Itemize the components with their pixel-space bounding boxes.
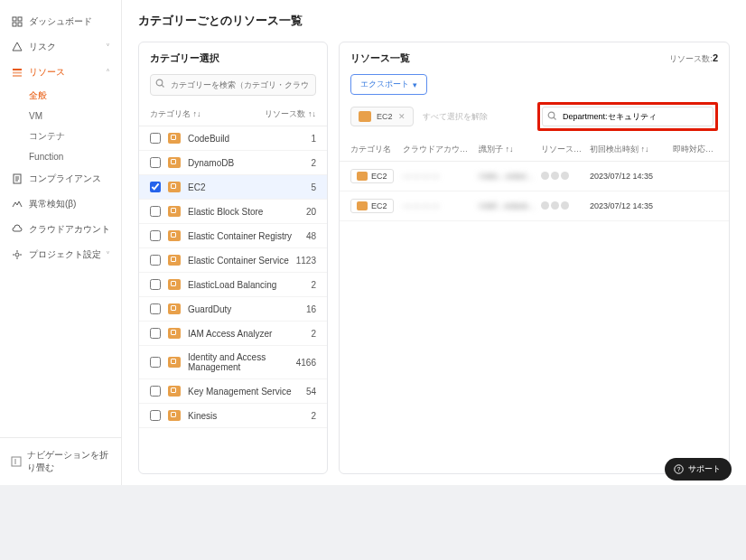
compliance-icon — [11, 173, 23, 185]
category-row[interactable]: GuardDuty16 — [139, 297, 327, 322]
category-list: CodeBuild1DynamoDB2EC25Elastic Block Sto… — [139, 126, 327, 473]
col-category[interactable]: カテゴリ名 — [350, 144, 399, 155]
aws-icon — [168, 230, 181, 241]
sidebar-subitem[interactable]: 全般 — [29, 85, 121, 107]
chevron-down-icon: ˅ — [106, 42, 110, 52]
svg-point-11 — [548, 112, 555, 118]
svg-rect-5 — [13, 72, 22, 74]
svg-text:?: ? — [677, 466, 681, 472]
sidebar-item-dashboard[interactable]: ダッシュボード — [0, 9, 121, 34]
category-search-input[interactable] — [150, 74, 316, 96]
aws-icon — [168, 279, 181, 290]
resource-search-highlight — [537, 102, 718, 131]
table-row[interactable]: EC2— — — —i-0def…redacted…2023/07/12 14:… — [340, 191, 729, 221]
aws-icon — [168, 357, 181, 368]
support-button[interactable]: ? サポート — [665, 458, 732, 481]
collapse-nav-button[interactable]: ナビゲーションを折り畳む — [0, 437, 121, 485]
category-row[interactable]: CodeBuild1 — [139, 126, 327, 151]
sidebar-item-cloud[interactable]: クラウドアカウント — [0, 217, 121, 242]
search-icon — [155, 79, 165, 89]
clear-selection-button[interactable]: すべて選択を解除 — [423, 111, 488, 123]
sidebar-item-settings[interactable]: プロジェクト設定˅ — [0, 242, 121, 267]
sidebar-item-anomaly[interactable]: 異常検知(β) — [0, 191, 121, 217]
aws-icon — [168, 157, 181, 168]
col-resource-count[interactable]: リソース数 ↑↓ — [265, 108, 316, 120]
col-first-detect[interactable]: 初回検出時刻 ↑↓ — [590, 144, 669, 155]
col-last[interactable]: 即時対応リス — [673, 144, 718, 155]
category-row[interactable]: Elastic Container Service1123 — [139, 248, 327, 273]
aws-icon — [168, 328, 181, 339]
anomaly-icon — [11, 198, 23, 210]
table-row[interactable]: EC2— — — —i-0abc…redacted…2023/07/12 14:… — [340, 162, 729, 191]
aws-icon — [359, 111, 371, 122]
resource-count: リソース数:2 — [669, 52, 718, 65]
aws-icon — [168, 410, 181, 421]
aws-icon — [168, 133, 181, 144]
category-row[interactable]: IAM Access Analyzer2 — [139, 322, 327, 346]
aws-icon — [168, 255, 181, 266]
sidebar-subitem[interactable]: コンテナ — [29, 126, 121, 147]
col-category-name[interactable]: カテゴリ名 ↑↓ — [150, 108, 265, 120]
aws-icon — [168, 206, 181, 217]
sidebar-item-risk[interactable]: リスク˅ — [0, 34, 121, 60]
category-row[interactable]: Elastic Block Store20 — [139, 200, 327, 224]
category-checkbox[interactable] — [150, 182, 161, 192]
filter-chip-ec2[interactable]: EC2 ✕ — [350, 107, 414, 126]
svg-rect-0 — [13, 17, 16, 21]
cloud-icon — [11, 223, 23, 236]
svg-rect-4 — [13, 69, 22, 70]
sidebar-item-compliance[interactable]: コンプライアンス — [0, 166, 121, 191]
svg-rect-2 — [13, 23, 16, 26]
category-checkbox[interactable] — [150, 386, 161, 397]
category-row[interactable]: ElasticLoad Balancing2 — [139, 273, 327, 297]
resource-table-body: EC2— — — —i-0abc…redacted…2023/07/12 14:… — [340, 162, 729, 221]
svg-rect-3 — [18, 23, 22, 26]
svg-rect-6 — [13, 75, 22, 77]
aws-icon — [357, 201, 368, 210]
aws-icon — [168, 182, 181, 192]
sidebar: ダッシュボードリスク˅リソース˄全般VMコンテナFunctionコンプライアンス… — [0, 0, 122, 485]
col-identifier[interactable]: 識別子 ↑↓ — [479, 144, 537, 155]
category-checkbox[interactable] — [150, 255, 161, 266]
close-icon[interactable]: ✕ — [398, 112, 406, 121]
category-panel-title: カテゴリー選択 — [150, 51, 219, 65]
export-button[interactable]: エクスポート ▾ — [350, 74, 427, 95]
category-row[interactable]: Kinesis2 — [139, 404, 327, 428]
category-row[interactable]: DynamoDB2 — [139, 151, 327, 175]
category-checkbox[interactable] — [150, 303, 161, 314]
col-account[interactable]: クラウドアカウント — [403, 144, 475, 155]
category-row[interactable]: Key Management Service54 — [139, 379, 327, 404]
page-title: カテゴリーごとのリソース一覧 — [138, 13, 730, 29]
svg-rect-1 — [18, 17, 22, 21]
main-content: カテゴリーごとのリソース一覧 カテゴリー選択 カテゴリ名 ↑↓ リソース数 ↑↓… — [122, 0, 746, 485]
sidebar-subitem[interactable]: VM — [29, 107, 121, 126]
collapse-nav-label: ナビゲーションを折り畳む — [27, 449, 110, 474]
resource-panel-title: リソース一覧 — [350, 51, 410, 65]
sidebar-item-resource[interactable]: リソース˄ — [0, 60, 121, 85]
category-checkbox[interactable] — [150, 357, 161, 368]
svg-rect-9 — [12, 457, 21, 466]
settings-icon — [11, 248, 23, 261]
category-row[interactable]: Elastic Container Registry48 — [139, 224, 327, 248]
category-row[interactable]: EC25 — [139, 175, 327, 200]
collapse-icon — [11, 456, 22, 467]
category-checkbox[interactable] — [150, 328, 161, 339]
category-checkbox[interactable] — [150, 157, 161, 168]
category-checkbox[interactable] — [150, 206, 161, 217]
category-row[interactable]: Identity and Access Management4166 — [139, 346, 327, 379]
sidebar-subitem[interactable]: Function — [29, 147, 121, 166]
col-attrs[interactable]: リソース属性 — [541, 144, 586, 155]
resource-search-input[interactable] — [542, 107, 713, 126]
aws-icon — [168, 386, 181, 397]
svg-point-8 — [15, 253, 19, 257]
category-checkbox[interactable] — [150, 410, 161, 421]
category-checkbox[interactable] — [150, 133, 161, 144]
risk-icon — [11, 41, 23, 53]
aws-icon — [357, 172, 368, 181]
svg-point-10 — [156, 79, 163, 86]
chevron-down-icon: ▾ — [413, 80, 417, 89]
category-checkbox[interactable] — [150, 279, 161, 290]
search-icon — [547, 111, 557, 121]
dashboard-icon — [11, 15, 23, 28]
category-checkbox[interactable] — [150, 230, 161, 241]
